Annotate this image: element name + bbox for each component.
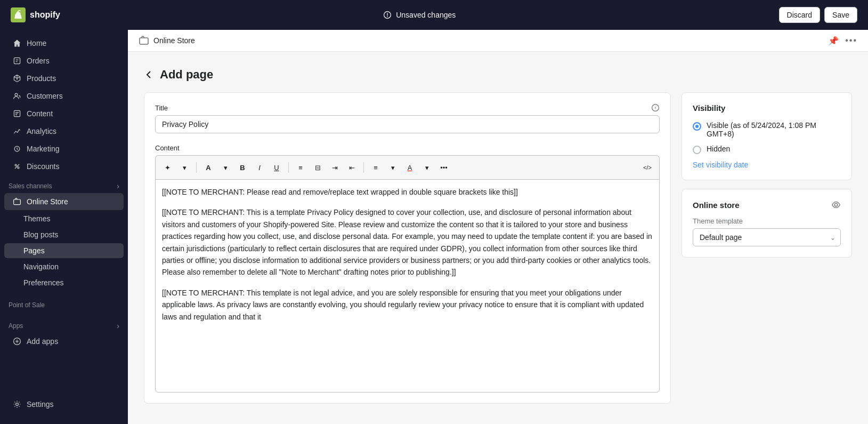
topbar: shopify Unsaved changes Discard Save [0, 0, 868, 30]
title-input[interactable] [155, 115, 660, 133]
main-content: Add page Title [128, 52, 868, 424]
underline-btn[interactable]: U [269, 160, 284, 175]
svg-point-11 [834, 203, 837, 206]
sidebar-item-content[interactable]: Content [4, 105, 124, 122]
unsaved-label: Unsaved changes [396, 11, 456, 19]
source-btn[interactable]: </> [640, 160, 655, 175]
sidebar-marketing-label: Marketing [27, 145, 59, 153]
content-section: Content ✦ ▾ A ▾ B I U [155, 144, 660, 393]
sidebar-online-store-label: Online Store [27, 197, 68, 206]
title-field-label: Title [155, 103, 660, 112]
theme-template-select[interactable]: Default page Custom template [693, 228, 841, 246]
store-header-left: Online Store [139, 35, 195, 46]
pos-section: Point of Sale [0, 295, 128, 311]
sidebar-item-products[interactable]: Products [4, 70, 124, 87]
page-header: Add page [144, 68, 852, 82]
pos-label: Point of Sale [9, 301, 45, 309]
radio-hidden-circle [693, 146, 701, 154]
radio-hidden[interactable]: Hidden [693, 145, 841, 154]
sales-channels-arrow: › [117, 182, 119, 190]
more-icon[interactable]: ••• [845, 36, 857, 45]
magic-dropdown[interactable]: ▾ [177, 160, 192, 175]
editor-para-1: [[NOTE TO MERCHANT: Please read and remo… [162, 186, 653, 198]
editor-body[interactable]: [[NOTE TO MERCHANT: Please read and remo… [155, 179, 660, 393]
sidebar-sub-themes[interactable]: Themes [4, 211, 124, 226]
sidebar-item-marketing[interactable]: Marketing [4, 140, 124, 157]
add-apps-label: Add apps [27, 337, 58, 346]
apps-arrow: › [117, 322, 119, 330]
apps-label: Apps [9, 322, 23, 330]
radio-hidden-label: Hidden [707, 145, 730, 153]
form-section: Title Content ✦ ▾ [144, 92, 671, 404]
bullet-list-btn[interactable]: ≡ [293, 160, 308, 175]
sidebar-item-analytics[interactable]: Analytics [4, 123, 124, 140]
sidebar-item-online-store[interactable]: Online Store [4, 193, 124, 210]
ordered-list-btn[interactable]: ⊟ [310, 160, 325, 175]
store-name: Online Store [153, 36, 195, 45]
store-header: Online Store 📌 ••• [128, 30, 868, 52]
align-btn[interactable]: ≡ [368, 160, 383, 175]
sidebar-item-home[interactable]: Home [4, 35, 124, 52]
discard-button[interactable]: Discard [779, 7, 820, 23]
sidebar-sub-preferences[interactable]: Preferences [4, 275, 124, 290]
sidebar-sub-pages[interactable]: Pages [4, 243, 124, 258]
save-button[interactable]: Save [824, 7, 857, 23]
visibility-card: Visibility Visible (as of 5/24/2024, 1:0… [682, 92, 852, 180]
online-store-title: Online store [693, 201, 740, 210]
bold-btn[interactable]: B [235, 160, 250, 175]
sidebar-orders-label: Orders [27, 57, 50, 65]
content-grid: Title Content ✦ ▾ [144, 92, 852, 404]
sidebar-sub-blog-posts[interactable]: Blog posts [4, 227, 124, 242]
svg-rect-1 [14, 58, 20, 63]
sidebar-customers-label: Customers [27, 92, 63, 100]
sidebar-home-label: Home [27, 39, 46, 47]
sales-channels-section[interactable]: Sales channels › [0, 175, 128, 193]
sidebar-add-apps[interactable]: Add apps [4, 333, 124, 350]
title-card: Title Content ✦ ▾ [144, 92, 671, 404]
pin-icon[interactable]: 📌 [828, 36, 839, 46]
indent-btn[interactable]: ⇥ [327, 160, 342, 175]
more-btn[interactable]: ••• [436, 160, 451, 175]
sidebar-item-orders[interactable]: Orders [4, 52, 124, 69]
logo: shopify [11, 7, 60, 22]
back-button[interactable] [144, 69, 155, 80]
set-visibility-date[interactable]: Set visibility date [693, 161, 841, 169]
color-dropdown[interactable]: ▾ [419, 160, 434, 175]
italic-btn[interactable]: I [252, 160, 267, 175]
radio-visible-label: Visible (as of 5/24/2024, 1:08 PM GMT+8) [707, 121, 841, 138]
eye-icon [831, 200, 841, 210]
font-dropdown[interactable]: ▾ [218, 160, 233, 175]
radio-visible-circle [693, 122, 701, 131]
editor-para-3: [[NOTE TO MERCHANT: This template is not… [162, 287, 653, 323]
text-color-btn[interactable]: A [402, 160, 417, 175]
svg-point-5 [18, 167, 19, 169]
sidebar-item-customers[interactable]: Customers [4, 87, 124, 105]
magic-btn[interactable]: ✦ [160, 160, 175, 175]
align-dropdown[interactable]: ▾ [385, 160, 400, 175]
outdent-btn[interactable]: ⇤ [344, 160, 359, 175]
font-btn[interactable]: A [201, 160, 216, 175]
visibility-title: Visibility [693, 103, 841, 113]
online-store-card: Online store Theme template Default page… [682, 189, 852, 258]
page-title: Add page [160, 68, 213, 82]
editor-para-2: [[NOTE TO MERCHANT: This is a template P… [162, 206, 653, 278]
theme-template-label: Theme template [693, 217, 841, 225]
svg-rect-6 [14, 199, 21, 205]
svg-point-2 [15, 93, 18, 96]
svg-rect-9 [140, 38, 148, 44]
store-header-right: 📌 ••• [828, 36, 857, 46]
sidebar-item-discounts[interactable]: Discounts [4, 158, 124, 175]
unsaved-notice: Unsaved changes [383, 11, 456, 19]
logo-text: shopify [30, 10, 60, 20]
online-store-header: Online store [693, 200, 841, 210]
right-panel: Visibility Visible (as of 5/24/2024, 1:0… [682, 92, 852, 404]
radio-group: Visible (as of 5/24/2024, 1:08 PM GMT+8)… [693, 121, 841, 154]
layout: Home Orders Products Customers Content A… [0, 30, 868, 424]
editor-toolbar: ✦ ▾ A ▾ B I U ≡ ⊟ ⇥ [155, 155, 660, 179]
sidebar-analytics-label: Analytics [27, 127, 56, 135]
theme-template-select-wrapper: Default page Custom template [693, 228, 841, 246]
radio-visible[interactable]: Visible (as of 5/24/2024, 1:08 PM GMT+8) [693, 121, 841, 138]
apps-section[interactable]: Apps › [0, 315, 128, 332]
sidebar-sub-navigation[interactable]: Navigation [4, 259, 124, 274]
sidebar-settings[interactable]: Settings [4, 396, 124, 413]
